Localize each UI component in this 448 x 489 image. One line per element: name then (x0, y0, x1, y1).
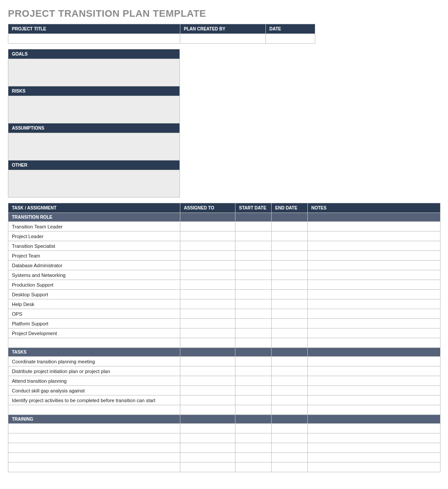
notes-cell[interactable] (308, 241, 441, 251)
task-cell[interactable]: Production Support (8, 280, 180, 290)
goals-field[interactable] (8, 59, 180, 86)
assigned-to-cell[interactable] (180, 328, 235, 338)
assigned-to-cell[interactable] (180, 396, 235, 405)
notes-cell[interactable] (308, 261, 441, 270)
end-date-cell[interactable] (272, 222, 308, 231)
notes-cell[interactable] (308, 280, 441, 290)
assigned-to-cell[interactable] (180, 357, 235, 366)
assigned-to-cell[interactable] (180, 366, 235, 376)
notes-cell[interactable] (308, 366, 441, 376)
start-date-cell[interactable] (235, 366, 272, 376)
end-date-cell[interactable] (272, 241, 308, 251)
end-date-cell[interactable] (272, 251, 308, 261)
notes-cell[interactable] (308, 405, 441, 415)
end-date-cell[interactable] (272, 319, 308, 328)
task-cell[interactable]: Identify project activities to be comple… (8, 396, 180, 405)
assigned-to-cell[interactable] (180, 222, 235, 231)
assigned-to-cell[interactable] (180, 443, 235, 453)
start-date-cell[interactable] (235, 299, 272, 309)
start-date-cell[interactable] (235, 251, 272, 261)
task-cell[interactable] (8, 433, 180, 443)
end-date-cell[interactable] (272, 424, 308, 433)
task-cell[interactable]: Transition Specialist (8, 241, 180, 251)
start-date-cell[interactable] (235, 376, 272, 386)
task-cell[interactable] (8, 405, 180, 415)
assigned-to-cell[interactable] (180, 241, 235, 251)
notes-cell[interactable] (308, 376, 441, 386)
start-date-cell[interactable] (235, 386, 272, 396)
task-cell[interactable]: Database Administrator (8, 261, 180, 270)
notes-cell[interactable] (308, 433, 441, 443)
notes-cell[interactable] (308, 338, 441, 348)
end-date-cell[interactable] (272, 280, 308, 290)
end-date-cell[interactable] (272, 231, 308, 241)
start-date-cell[interactable] (235, 357, 272, 366)
task-cell[interactable]: Distribute project initiation plan or pr… (8, 366, 180, 376)
assigned-to-cell[interactable] (180, 309, 235, 319)
start-date-cell[interactable] (235, 424, 272, 433)
risks-field[interactable] (8, 96, 180, 123)
start-date-cell[interactable] (235, 222, 272, 231)
end-date-cell[interactable] (272, 290, 308, 299)
end-date-cell[interactable] (272, 463, 308, 472)
assigned-to-cell[interactable] (180, 290, 235, 299)
other-field[interactable] (8, 170, 180, 198)
notes-cell[interactable] (308, 222, 441, 231)
task-cell[interactable] (8, 424, 180, 433)
task-cell[interactable]: Project Development (8, 328, 180, 338)
start-date-cell[interactable] (235, 270, 272, 280)
task-cell[interactable]: Platform Support (8, 319, 180, 328)
assigned-to-cell[interactable] (180, 338, 235, 348)
date-field[interactable] (266, 34, 315, 44)
notes-cell[interactable] (308, 453, 441, 463)
end-date-cell[interactable] (272, 376, 308, 386)
end-date-cell[interactable] (272, 270, 308, 280)
task-cell[interactable] (8, 443, 180, 453)
end-date-cell[interactable] (272, 338, 308, 348)
task-cell[interactable]: Desktop Support (8, 290, 180, 299)
task-cell[interactable]: OPS (8, 309, 180, 319)
task-cell[interactable]: Project Team (8, 251, 180, 261)
notes-cell[interactable] (308, 443, 441, 453)
notes-cell[interactable] (308, 463, 441, 472)
end-date-cell[interactable] (272, 366, 308, 376)
assigned-to-cell[interactable] (180, 251, 235, 261)
notes-cell[interactable] (308, 328, 441, 338)
project-title-field[interactable] (8, 34, 180, 44)
task-cell[interactable]: Coordinate transition planning meeting (8, 357, 180, 366)
task-cell[interactable]: Systems and Networking (8, 270, 180, 280)
end-date-cell[interactable] (272, 443, 308, 453)
task-cell[interactable] (8, 463, 180, 472)
notes-cell[interactable] (308, 319, 441, 328)
task-cell[interactable]: Attend transition planning (8, 376, 180, 386)
start-date-cell[interactable] (235, 433, 272, 443)
assigned-to-cell[interactable] (180, 386, 235, 396)
assigned-to-cell[interactable] (180, 424, 235, 433)
assigned-to-cell[interactable] (180, 463, 235, 472)
start-date-cell[interactable] (235, 453, 272, 463)
end-date-cell[interactable] (272, 261, 308, 270)
notes-cell[interactable] (308, 386, 441, 396)
start-date-cell[interactable] (235, 405, 272, 415)
end-date-cell[interactable] (272, 357, 308, 366)
notes-cell[interactable] (308, 231, 441, 241)
assigned-to-cell[interactable] (180, 433, 235, 443)
end-date-cell[interactable] (272, 405, 308, 415)
task-cell[interactable]: Conduct skill gap analysis against (8, 386, 180, 396)
start-date-cell[interactable] (235, 309, 272, 319)
assigned-to-cell[interactable] (180, 405, 235, 415)
notes-cell[interactable] (308, 309, 441, 319)
assigned-to-cell[interactable] (180, 376, 235, 386)
end-date-cell[interactable] (272, 433, 308, 443)
start-date-cell[interactable] (235, 261, 272, 270)
start-date-cell[interactable] (235, 463, 272, 472)
task-cell[interactable]: Project Leader (8, 231, 180, 241)
start-date-cell[interactable] (235, 280, 272, 290)
notes-cell[interactable] (308, 396, 441, 405)
task-cell[interactable] (8, 338, 180, 348)
end-date-cell[interactable] (272, 328, 308, 338)
start-date-cell[interactable] (235, 338, 272, 348)
notes-cell[interactable] (308, 299, 441, 309)
start-date-cell[interactable] (235, 443, 272, 453)
plan-created-by-field[interactable] (180, 34, 266, 44)
